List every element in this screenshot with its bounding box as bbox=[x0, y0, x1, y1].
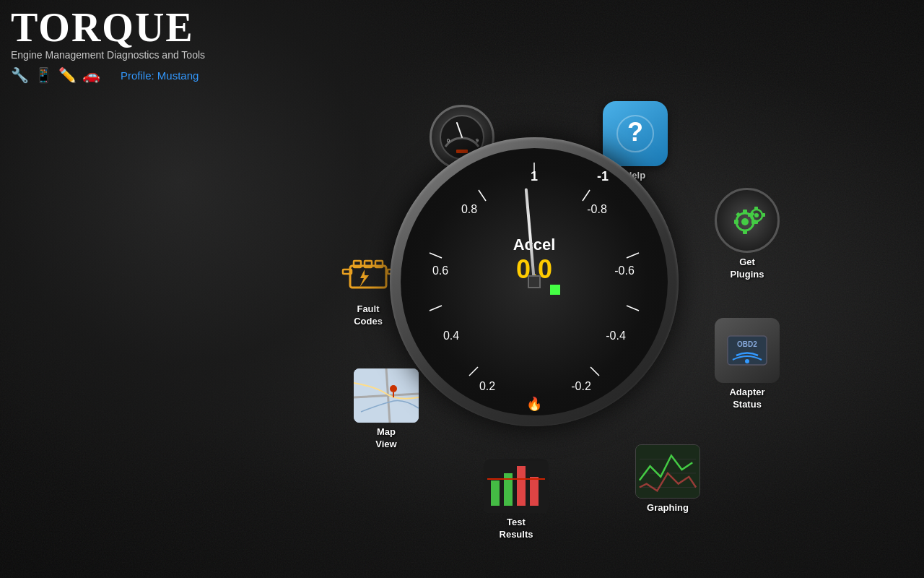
svg-line-58 bbox=[430, 306, 442, 311]
app-title: Torque bbox=[11, 7, 205, 48]
svg-line-59 bbox=[469, 367, 478, 376]
svg-line-60 bbox=[583, 190, 590, 201]
pencil-icon: ✏️ bbox=[58, 66, 77, 84]
svg-line-57 bbox=[430, 253, 442, 258]
svg-text:0.2: 0.2 bbox=[479, 380, 495, 392]
header: Torque Engine Management Diagnostics and… bbox=[11, 7, 205, 84]
profile-label: Profile: Mustang bbox=[121, 69, 199, 82]
svg-line-61 bbox=[627, 253, 639, 258]
get-plugins-menu-item[interactable]: Get Plugins bbox=[715, 188, 780, 281]
svg-text:0.6: 0.6 bbox=[432, 264, 448, 277]
app-subtitle: Engine Management Diagnostics and Tools bbox=[11, 49, 205, 61]
fault-codes-label: Fault Codes bbox=[354, 303, 383, 328]
get-plugins-label: Get Plugins bbox=[731, 256, 764, 281]
svg-rect-17 bbox=[734, 220, 738, 224]
svg-rect-36 bbox=[491, 480, 500, 506]
graphing-icon bbox=[635, 444, 700, 499]
graphing-label: Graphing bbox=[647, 502, 689, 514]
gauge-inner: 1 0.8 0.6 0.4 0.2 -1 -0.8 -0.6 -0.4 -0.2 bbox=[401, 148, 668, 415]
svg-text:-1: -1 bbox=[597, 169, 609, 184]
svg-rect-7 bbox=[350, 266, 386, 288]
svg-text:0.8: 0.8 bbox=[461, 203, 477, 215]
map-view-label: Map View bbox=[375, 426, 396, 451]
svg-rect-23 bbox=[754, 207, 758, 210]
gauge-container[interactable]: 1 0.8 0.6 0.4 0.2 -1 -0.8 -0.6 -0.4 -0.2 bbox=[390, 137, 679, 426]
adapter-status-menu-item[interactable]: OBD2 Adapter Status bbox=[715, 318, 780, 411]
wrench-icon: 🔧 bbox=[11, 66, 29, 84]
svg-text:-0.6: -0.6 bbox=[614, 264, 635, 277]
svg-rect-26 bbox=[762, 213, 765, 217]
green-indicator bbox=[550, 285, 560, 295]
svg-rect-19 bbox=[736, 212, 741, 217]
svg-line-56 bbox=[479, 190, 486, 201]
svg-rect-39 bbox=[530, 477, 539, 506]
test-results-icon bbox=[484, 459, 549, 513]
phone-icon: 📱 bbox=[35, 66, 53, 84]
svg-rect-38 bbox=[517, 466, 526, 506]
svg-point-29 bbox=[745, 359, 749, 363]
svg-point-14 bbox=[741, 218, 749, 225]
svg-text:-0.4: -0.4 bbox=[606, 329, 626, 342]
flame-icon: 🔥 bbox=[526, 396, 542, 412]
adapter-status-label: Adapter Status bbox=[729, 387, 764, 411]
svg-rect-24 bbox=[754, 221, 758, 224]
car-icon: 🚗 bbox=[82, 66, 100, 84]
adapter-status-icon: OBD2 bbox=[715, 318, 780, 383]
test-results-label: Test Results bbox=[500, 517, 533, 541]
gauge-outer-ring: 1 0.8 0.6 0.4 0.2 -1 -0.8 -0.6 -0.4 -0.2 bbox=[390, 137, 679, 426]
test-results-menu-item[interactable]: Test Results bbox=[484, 459, 549, 541]
gauge-title: Accel bbox=[513, 236, 556, 254]
svg-text:OBD2: OBD2 bbox=[737, 340, 757, 348]
profile-icons: 🔧 📱 ✏️ 🚗 Profile: Mustang bbox=[11, 66, 205, 84]
svg-rect-16 bbox=[743, 230, 747, 234]
svg-text:0.4: 0.4 bbox=[443, 329, 459, 342]
get-plugins-icon bbox=[715, 188, 780, 253]
svg-point-22 bbox=[754, 213, 759, 217]
svg-line-63 bbox=[590, 367, 599, 376]
svg-rect-25 bbox=[748, 213, 751, 217]
graphing-menu-item[interactable]: Graphing bbox=[635, 444, 700, 514]
svg-text:-0.8: -0.8 bbox=[587, 203, 607, 215]
needle-center bbox=[528, 275, 541, 288]
svg-line-62 bbox=[627, 306, 639, 311]
svg-rect-37 bbox=[504, 473, 513, 506]
svg-text:-0.2: -0.2 bbox=[571, 380, 591, 392]
svg-rect-15 bbox=[743, 210, 747, 214]
